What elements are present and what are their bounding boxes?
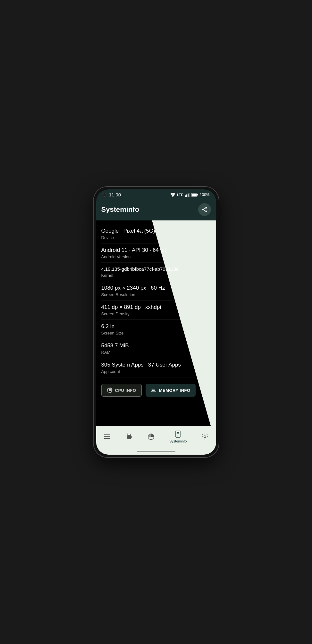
app-title: Systeminfo <box>101 205 139 214</box>
svg-line-45 <box>127 434 128 435</box>
screen-size-value: 6.2 in <box>101 323 211 330</box>
svg-rect-29 <box>153 390 154 391</box>
svg-rect-14 <box>109 389 111 391</box>
svg-rect-7 <box>191 194 197 196</box>
signal-icon <box>185 193 190 197</box>
nav-item-systeminfo[interactable]: Systeminfo <box>166 429 190 444</box>
svg-rect-1 <box>185 195 186 197</box>
svg-rect-39 <box>104 434 110 435</box>
kernel-label: Kernel <box>101 273 211 278</box>
screen-resolution-item: 1080 px × 2340 px · 60 Hz Screen Resolut… <box>101 281 211 301</box>
screen-density-item: 411 dp × 891 dp · xxhdpi Screen Density <box>101 301 211 320</box>
cpu-info-label: CPU INFO <box>115 388 136 393</box>
app-bar: Systeminfo <box>96 199 216 220</box>
svg-rect-41 <box>104 438 110 439</box>
svg-line-12 <box>204 208 206 209</box>
ram-item: 5458.7 MiB RAM <box>101 339 211 358</box>
svg-rect-52 <box>177 433 179 434</box>
svg-rect-30 <box>154 390 155 391</box>
kernel-item: 4.19.135-gdb4bfbca77cf-ab7081188 Kernel <box>101 263 211 281</box>
svg-rect-48 <box>131 437 131 438</box>
battery-icon <box>191 193 198 197</box>
svg-rect-6 <box>197 194 198 195</box>
svg-rect-53 <box>177 435 178 435</box>
gear-icon <box>201 433 209 441</box>
screen-size-item: 6.2 in Screen Size <box>101 320 211 339</box>
chart-icon <box>147 433 155 441</box>
list-icon <box>103 433 111 441</box>
screen-density-value: 411 dp × 891 dp · xxhdpi <box>101 304 211 311</box>
lte-text: LTE <box>177 193 183 197</box>
status-time-text: 11:00 <box>109 192 121 197</box>
memory-info-button[interactable]: MEMORY INFO <box>146 384 196 397</box>
svg-point-0 <box>172 196 173 197</box>
content-area: Google · Pixel 4a (5G) Device Android 11… <box>96 220 216 426</box>
wifi-icon <box>170 193 175 197</box>
svg-rect-4 <box>189 193 190 197</box>
share-icon <box>201 206 208 213</box>
action-buttons: CPU INFO <box>96 377 216 402</box>
svg-point-43 <box>128 437 129 437</box>
nav-item-list[interactable] <box>100 432 114 442</box>
svg-rect-28 <box>152 390 153 391</box>
svg-rect-51 <box>177 432 179 433</box>
device-label: Device <box>101 235 211 240</box>
memory-info-label: MEMORY INFO <box>159 388 190 393</box>
svg-rect-3 <box>188 194 189 197</box>
device-value: Google · Pixel 4a (5G) <box>101 227 211 235</box>
screen-density-label: Screen Density <box>101 311 211 316</box>
app-count-label: App count <box>101 369 211 374</box>
app-count-value: 305 System Apps · 37 User Apps <box>101 361 211 368</box>
nav-item-chart[interactable] <box>144 432 158 442</box>
phone-screen: 11:00 LTE <box>96 189 216 455</box>
share-button[interactable] <box>198 203 211 216</box>
nav-item-settings[interactable] <box>198 432 212 442</box>
svg-point-9 <box>202 209 204 211</box>
kernel-value: 4.19.135-gdb4bfbca77cf-ab7081188 <box>101 266 211 272</box>
home-indicator <box>96 451 216 455</box>
nav-systeminfo-label: Systeminfo <box>169 439 187 443</box>
screen-size-label: Screen Size <box>101 331 211 335</box>
cpu-icon <box>107 387 113 393</box>
status-bar: 11:00 LTE <box>96 189 216 199</box>
phone-frame: 11:00 LTE <box>94 187 219 457</box>
android-version-value: Android 11 · API 30 · 64 bit <box>101 247 211 254</box>
status-right: LTE 100% <box>170 193 210 197</box>
svg-point-44 <box>130 437 131 437</box>
home-bar <box>137 451 175 452</box>
ram-value: 5458.7 MiB <box>101 342 211 349</box>
android-icon <box>125 433 133 441</box>
screen-resolution-value: 1080 px × 2340 px · 60 Hz <box>101 285 211 292</box>
device-info-item: Google · Pixel 4a (5G) Device <box>101 224 211 244</box>
svg-rect-2 <box>186 194 187 197</box>
bottom-nav: Systeminfo <box>96 426 216 451</box>
svg-point-54 <box>178 436 178 437</box>
status-left: 11:00 <box>103 192 121 197</box>
camera-icon <box>103 193 106 197</box>
svg-rect-47 <box>127 437 128 438</box>
svg-line-11 <box>204 210 206 211</box>
systeminfo-icon <box>174 430 182 438</box>
svg-line-46 <box>131 434 131 435</box>
memory-icon <box>151 387 156 393</box>
cpu-info-button[interactable]: CPU INFO <box>101 384 142 397</box>
svg-point-55 <box>204 436 206 438</box>
svg-point-8 <box>205 207 207 209</box>
svg-point-10 <box>205 211 207 212</box>
nav-item-android[interactable] <box>122 432 136 442</box>
android-version-label: Android Version <box>101 254 211 259</box>
android-version-item: Android 11 · API 30 · 64 bit Android Ver… <box>101 244 211 263</box>
app-count-item: 305 System Apps · 37 User Apps App count <box>101 358 211 377</box>
battery-text: 100% <box>200 193 210 197</box>
screen-resolution-label: Screen Resolution <box>101 292 211 297</box>
ram-label: RAM <box>101 350 211 355</box>
info-list: Google · Pixel 4a (5G) Device Android 11… <box>96 220 216 377</box>
svg-rect-40 <box>104 436 110 437</box>
